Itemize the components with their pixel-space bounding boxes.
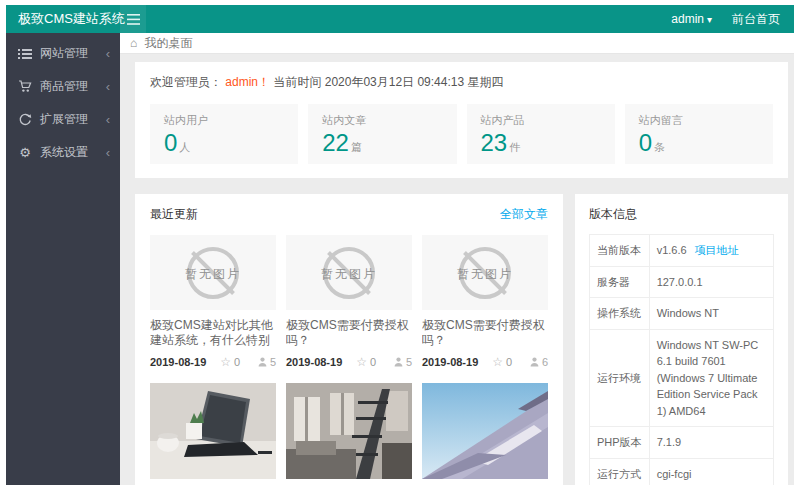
article-thumbnail bbox=[422, 383, 548, 479]
version-info-panel: 版本信息 当前版本 v1.6.6项目地址 服务器 127.0. bbox=[575, 194, 788, 485]
laptop-desk-photo bbox=[150, 383, 276, 479]
article-views: 6 bbox=[542, 356, 548, 368]
version-info-table: 当前版本 v1.6.6项目地址 服务器 127.0.0.1 操作系统 bbox=[589, 234, 774, 485]
article-thumbnail: 暂无图片 bbox=[422, 235, 548, 310]
home-icon: ⌂ bbox=[130, 36, 137, 50]
version-value: Windows NT SW-PC 6.1 build 7601 (Windows… bbox=[649, 329, 773, 427]
article-thumbnail bbox=[286, 383, 412, 479]
article-card[interactable]: 暂无图片 极致CMS需要付费授权吗？ 2019-08-19 ☆0 6 bbox=[422, 235, 548, 369]
no-image-label: 暂无图片 bbox=[150, 266, 276, 283]
version-value: cgi-fcgi bbox=[649, 458, 773, 485]
stat-value: 23 bbox=[481, 129, 508, 156]
stat-label: 站内文章 bbox=[322, 113, 442, 128]
star-icon: ☆ bbox=[356, 355, 367, 369]
stat-card-articles: 站内文章 22篇 bbox=[308, 104, 456, 164]
version-label: 当前版本 bbox=[590, 235, 650, 267]
right-column: 版本信息 当前版本 v1.6.6项目地址 服务器 127.0. bbox=[575, 194, 788, 485]
list-icon bbox=[18, 47, 32, 61]
frontend-home-link[interactable]: 前台首页 bbox=[732, 11, 780, 28]
views-icon bbox=[530, 357, 539, 367]
article-card[interactable]: 暂无图片 极致CMS建站对比其他建站系统，有什么特别明显的优势？ 2019-08… bbox=[150, 235, 276, 369]
no-image-label: 暂无图片 bbox=[286, 266, 412, 283]
article-title[interactable]: 极致CMS建站对比其他建站系统，有什么特别明显的优势？ bbox=[150, 318, 276, 348]
star-icon: ☆ bbox=[220, 355, 231, 369]
chevron-left-icon: ‹ bbox=[106, 112, 110, 127]
article-stars: 0 bbox=[506, 356, 512, 368]
gear-icon: ⚙ bbox=[18, 146, 32, 160]
refresh-icon bbox=[18, 113, 32, 127]
article-views: 5 bbox=[406, 356, 412, 368]
stats-row: 站内用户 0人 站内文章 22篇 站内产品 23件 站内留言 bbox=[150, 104, 773, 164]
welcome-prefix: 欢迎管理员： bbox=[150, 75, 222, 89]
recent-updates-panel: 最近更新 全部文章 暂无图片 极致CMS建站对比 bbox=[135, 194, 563, 485]
table-row: 运行方式 cgi-fcgi bbox=[590, 458, 774, 485]
stat-unit: 篇 bbox=[351, 141, 362, 153]
app-logo: 极致CMS建站系统 bbox=[6, 5, 120, 33]
article-date: 2019-08-19 bbox=[150, 356, 206, 368]
stat-value: 0 bbox=[639, 129, 652, 156]
cart-icon bbox=[18, 80, 32, 94]
sidebar-item-extension-management[interactable]: 扩展管理 ‹ bbox=[6, 103, 120, 136]
user-menu[interactable]: admin▾ bbox=[671, 12, 712, 26]
stat-value: 0 bbox=[164, 129, 177, 156]
welcome-username: admin bbox=[225, 75, 258, 89]
article-card[interactable]: 暂无图片 极致CMS需要付费授权吗？ 2019-08-19 ☆0 5 bbox=[286, 235, 412, 369]
top-header: 极致CMS建站系统 admin▾ 前台首页 bbox=[6, 5, 794, 33]
chevron-down-icon: ▾ bbox=[707, 14, 712, 25]
sidebar-item-label: 扩展管理 bbox=[40, 111, 88, 128]
article-date: 2019-08-19 bbox=[286, 356, 342, 368]
article-card[interactable]: 极致CMS新闻测试标题 2019-08-09 ☆0 6 bbox=[422, 383, 548, 485]
version-value: 7.1.9 bbox=[649, 427, 773, 459]
views-icon bbox=[394, 357, 403, 367]
recent-updates-title: 最近更新 bbox=[150, 206, 198, 223]
article-card[interactable]: 极致CMS新闻测试标题 2019-08-09 ☆0 8 bbox=[286, 383, 412, 485]
stat-value: 22 bbox=[322, 129, 349, 156]
article-stars: 0 bbox=[370, 356, 376, 368]
chevron-left-icon: ‹ bbox=[106, 145, 110, 160]
stat-card-messages: 站内留言 0条 bbox=[625, 104, 773, 164]
article-title[interactable]: 极致CMS需要付费授权吗？ bbox=[422, 318, 548, 348]
no-image-label: 暂无图片 bbox=[422, 266, 548, 283]
table-row: 运行环境 Windows NT SW-PC 6.1 build 7601 (Wi… bbox=[590, 329, 774, 427]
welcome-time: 当前时间 2020年03月12日 09:44:13 星期四 bbox=[273, 75, 503, 89]
article-thumbnail: 暂无图片 bbox=[150, 235, 276, 310]
stat-card-users: 站内用户 0人 bbox=[150, 104, 298, 164]
article-stars: 0 bbox=[234, 356, 240, 368]
stat-unit: 条 bbox=[654, 141, 665, 153]
stat-label: 站内留言 bbox=[639, 113, 759, 128]
admin-app: 极致CMS建站系统 admin▾ 前台首页 网站管理 ‹ bbox=[6, 5, 794, 485]
version-value: v1.6.6 bbox=[657, 244, 687, 256]
version-label: 服务器 bbox=[590, 266, 650, 298]
table-row: 服务器 127.0.0.1 bbox=[590, 266, 774, 298]
star-icon: ☆ bbox=[492, 355, 503, 369]
user-menu-label: admin bbox=[671, 12, 704, 26]
all-articles-link[interactable]: 全部文章 bbox=[500, 206, 548, 223]
table-row: PHP版本 7.1.9 bbox=[590, 427, 774, 459]
article-thumbnail bbox=[150, 383, 276, 479]
breadcrumb: ⌂ 我的桌面 bbox=[120, 33, 794, 54]
version-label: 运行方式 bbox=[590, 458, 650, 485]
table-row: 当前版本 v1.6.6项目地址 bbox=[590, 235, 774, 267]
stat-unit: 人 bbox=[179, 141, 190, 153]
breadcrumb-label[interactable]: 我的桌面 bbox=[145, 36, 193, 50]
sidebar-item-product-management[interactable]: 商品管理 ‹ bbox=[6, 70, 120, 103]
welcome-message: 欢迎管理员： admin！ 当前时间 2020年03月12日 09:44:13 … bbox=[150, 74, 773, 91]
sidebar-item-site-management[interactable]: 网站管理 ‹ bbox=[6, 37, 120, 70]
version-label: PHP版本 bbox=[590, 427, 650, 459]
version-value: 127.0.0.1 bbox=[649, 266, 773, 298]
sidebar-toggle-button[interactable] bbox=[120, 5, 146, 33]
article-views: 5 bbox=[270, 356, 276, 368]
stat-card-products: 站内产品 23件 bbox=[467, 104, 615, 164]
sidebar-item-system-settings[interactable]: ⚙ 系统设置 ‹ bbox=[6, 136, 120, 169]
project-url-link[interactable]: 项目地址 bbox=[695, 244, 739, 256]
roof-architecture-photo bbox=[422, 383, 548, 479]
hamburger-icon bbox=[127, 14, 140, 25]
version-info-title: 版本信息 bbox=[589, 206, 774, 223]
stat-unit: 件 bbox=[509, 141, 520, 153]
article-date: 2019-08-19 bbox=[422, 356, 478, 368]
version-label: 操作系统 bbox=[590, 298, 650, 330]
article-title[interactable]: 极致CMS需要付费授权吗？ bbox=[286, 318, 412, 348]
version-label: 运行环境 bbox=[590, 329, 650, 427]
stat-label: 站内用户 bbox=[164, 113, 284, 128]
article-card[interactable]: 极致CMS新闻测试标题1 2019-08-09 ☆0 15 bbox=[150, 383, 276, 485]
